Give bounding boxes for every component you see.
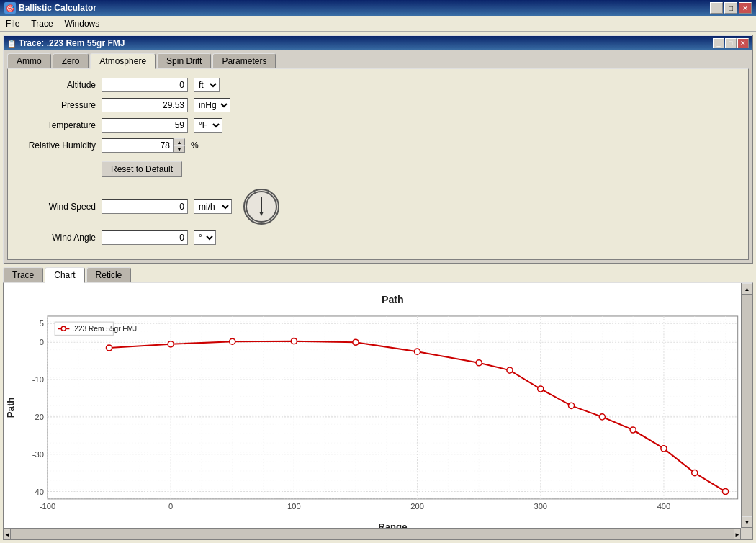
app-title-bar: 🎯 Ballistic Calculator _ □ ✕ [0, 0, 756, 16]
svg-text:0: 0 [168, 502, 173, 511]
svg-text:0: 0 [40, 338, 44, 346]
humidity-down-button[interactable]: ▼ [174, 145, 185, 153]
pressure-unit-select[interactable]: inHg hPa [194, 98, 230, 112]
svg-point-76 [507, 367, 513, 373]
altitude-label: Altitude [17, 80, 96, 90]
svg-rect-5 [48, 316, 738, 499]
svg-point-75 [476, 360, 482, 366]
scroll-track-h[interactable] [11, 529, 734, 539]
svg-text:400: 400 [657, 502, 671, 511]
app-minimize-button[interactable]: _ [710, 2, 723, 14]
wind-speed-unit-select[interactable]: mi/h km/h m/s [194, 199, 232, 214]
bottom-tab-trace[interactable]: Trace [3, 267, 43, 282]
humidity-spinner-buttons: ▲ ▼ [174, 138, 185, 153]
pressure-row: Pressure inHg hPa [17, 98, 739, 112]
bottom-tab-reticle[interactable]: Reticle [86, 267, 132, 282]
tab-parameters[interactable]: Parameters [212, 53, 276, 68]
humidity-label: Relative Humidity [17, 140, 96, 151]
tab-atmosphere[interactable]: Atmosphere [90, 53, 156, 69]
temperature-input[interactable] [102, 118, 188, 133]
scroll-up-button[interactable]: ▲ [742, 283, 752, 295]
chart-container: Path -100010020030040050-10-20-30-40Rang… [3, 282, 753, 540]
pressure-input[interactable] [102, 98, 188, 112]
tab-zero[interactable]: Zero [53, 53, 89, 68]
svg-text:-20: -20 [32, 413, 44, 421]
altitude-unit-select[interactable]: ft m [194, 78, 220, 92]
svg-text:-30: -30 [32, 450, 44, 459]
scroll-corner [741, 528, 752, 539]
wind-angle-label: Wind Angle [17, 233, 96, 243]
altitude-input[interactable] [102, 78, 188, 92]
reset-row: Reset to Default [17, 158, 739, 177]
trace-maximize-button[interactable]: □ [725, 38, 737, 48]
svg-text:-100: -100 [40, 502, 55, 511]
main-content: 📋 Trace: .223 Rem 55gr FMJ _ □ ✕ Ammo Ze… [0, 32, 756, 543]
scroll-down-button[interactable]: ▼ [742, 516, 752, 528]
humidity-row: Relative Humidity ▲ ▼ % [17, 138, 739, 153]
humidity-spinner: ▲ ▼ [102, 138, 185, 153]
svg-text:300: 300 [534, 502, 547, 511]
wind-angle-row: Wind Angle ° [17, 230, 739, 245]
trace-close-button[interactable]: ✕ [737, 38, 749, 48]
svg-point-69 [106, 345, 112, 351]
wind-speed-row: Wind Speed mi/h km/h m/s [17, 189, 739, 225]
reset-default-button[interactable]: Reset to Default [102, 161, 182, 177]
humidity-up-button[interactable]: ▲ [174, 138, 185, 145]
svg-point-74 [414, 349, 420, 354]
trace-title: Trace: .223 Rem 55gr FMJ [19, 38, 125, 48]
svg-text:.223 Rem 55gr FMJ: .223 Rem 55gr FMJ [72, 325, 137, 333]
pressure-label: Pressure [17, 100, 96, 110]
vertical-scrollbar[interactable]: ▲ ▼ [741, 283, 752, 528]
svg-point-70 [168, 341, 174, 347]
svg-text:5: 5 [40, 319, 44, 328]
humidity-unit: % [191, 140, 199, 151]
temperature-label: Temperature [17, 120, 96, 130]
trace-window: 📋 Trace: .223 Rem 55gr FMJ _ □ ✕ Ammo Ze… [3, 35, 753, 264]
altitude-row: Altitude ft m [17, 78, 739, 92]
svg-text:200: 200 [410, 502, 424, 511]
wind-section: Wind Speed mi/h km/h m/s [17, 189, 739, 245]
wind-speed-label: Wind Speed [17, 202, 96, 212]
svg-point-77 [538, 386, 544, 392]
svg-point-78 [568, 403, 574, 408]
trace-icon: 📋 [7, 40, 16, 48]
menu-trace[interactable]: Trace [25, 17, 58, 30]
svg-point-86 [61, 326, 66, 331]
app-icon: 🎯 [4, 2, 16, 14]
menu-windows[interactable]: Windows [59, 17, 106, 30]
svg-text:-40: -40 [32, 488, 44, 496]
temperature-unit-select[interactable]: °F °C [194, 118, 222, 133]
app-window-controls: _ □ ✕ [710, 2, 752, 14]
svg-point-79 [599, 414, 605, 420]
svg-point-83 [723, 488, 729, 494]
svg-point-71 [230, 338, 235, 344]
tab-ammo[interactable]: Ammo [7, 53, 51, 68]
scroll-track-v[interactable] [742, 295, 752, 516]
horizontal-scrollbar[interactable]: ◄ ► [4, 528, 741, 539]
menu-file[interactable]: File [0, 17, 25, 30]
scroll-left-button[interactable]: ◄ [4, 529, 11, 540]
svg-point-72 [291, 338, 297, 344]
tab-spin-drift[interactable]: Spin Drift [157, 53, 211, 68]
bottom-tab-chart[interactable]: Chart [45, 267, 84, 283]
wind-angle-input[interactable] [102, 230, 188, 245]
trace-title-bar: 📋 Trace: .223 Rem 55gr FMJ _ □ ✕ [4, 36, 752, 50]
svg-text:Path: Path [5, 398, 16, 418]
wind-angle-dial[interactable] [243, 189, 279, 225]
wind-speed-input[interactable] [102, 199, 188, 214]
svg-text:100: 100 [287, 502, 301, 511]
app-title: Ballistic Calculator [19, 3, 96, 13]
scroll-right-button[interactable]: ► [734, 529, 741, 540]
atmosphere-tab-content: Altitude ft m Pressure inHg hPa Temperat… [7, 68, 749, 260]
svg-text:Path: Path [382, 294, 404, 305]
app-maximize-button[interactable]: □ [724, 2, 737, 14]
bottom-tabs: Trace Chart Reticle [3, 267, 753, 282]
svg-point-82 [692, 470, 698, 476]
trace-minimize-button[interactable]: _ [713, 38, 724, 48]
wind-angle-unit-select[interactable]: ° [194, 230, 216, 245]
svg-point-73 [353, 339, 359, 345]
app-close-button[interactable]: ✕ [739, 2, 752, 14]
menu-bar: File Trace Windows [0, 16, 756, 32]
humidity-input[interactable] [102, 138, 174, 153]
svg-point-81 [661, 446, 667, 452]
